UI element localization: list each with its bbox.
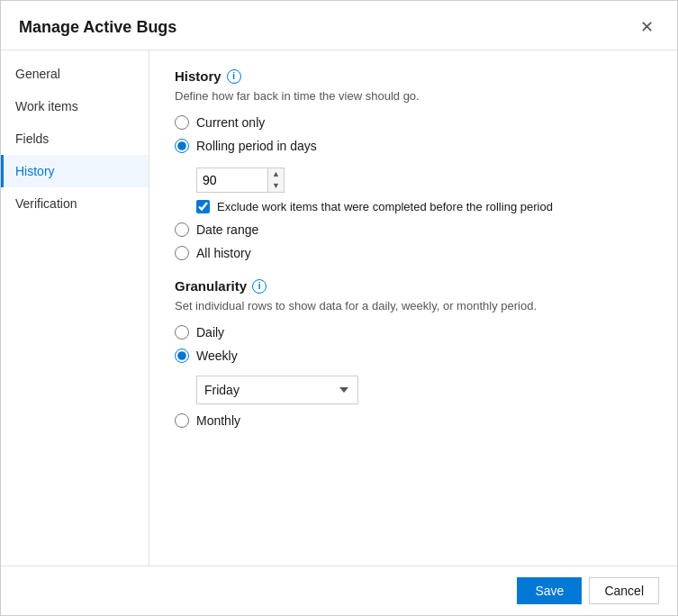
history-section: History i Define how far back in time th… <box>175 68 652 260</box>
sidebar-item-general[interactable]: General <box>1 58 149 90</box>
radio-weekly[interactable]: Weekly <box>175 349 652 363</box>
exclude-checkbox-label: Exclude work items that were completed b… <box>217 200 553 213</box>
spinner-down-button[interactable]: ▼ <box>268 180 284 192</box>
granularity-section-title: Granularity i <box>175 278 652 294</box>
radio-rolling-period-label: Rolling period in days <box>196 139 317 153</box>
radio-rolling-period[interactable]: Rolling period in days <box>175 139 652 153</box>
sidebar-item-verification[interactable]: Verification <box>1 187 149 220</box>
dialog-footer: Save Cancel <box>1 566 677 615</box>
sidebar-item-history[interactable]: History <box>1 155 149 187</box>
save-button[interactable]: Save <box>517 577 582 604</box>
close-button[interactable]: ✕ <box>635 15 659 39</box>
rolling-sub-options: ▲ ▼ Exclude work items that were complet… <box>196 168 652 213</box>
radio-date-range[interactable]: Date range <box>175 222 652 237</box>
dialog-header: Manage Active Bugs ✕ <box>1 1 677 50</box>
sidebar-item-work-items[interactable]: Work items <box>1 90 149 122</box>
granularity-description: Set individual rows to show data for a d… <box>175 299 652 313</box>
radio-monthly-input[interactable] <box>175 413 189 428</box>
granularity-radio-group: Daily Weekly Sunday Monday Tuesday Wed <box>175 325 652 428</box>
granularity-info-icon[interactable]: i <box>252 279 267 294</box>
radio-daily-input[interactable] <box>175 325 189 340</box>
radio-daily[interactable]: Daily <box>175 325 652 340</box>
radio-daily-label: Daily <box>196 325 224 340</box>
radio-monthly-label: Monthly <box>196 413 240 428</box>
radio-weekly-input[interactable] <box>175 349 189 363</box>
manage-active-bugs-dialog: Manage Active Bugs ✕ General Work items … <box>0 0 678 616</box>
history-radio-group: Current only Rolling period in days ▲ <box>175 115 652 260</box>
radio-weekly-label: Weekly <box>196 349 238 363</box>
spinner-up-button[interactable]: ▲ <box>268 168 284 180</box>
rolling-days-input[interactable] <box>196 168 268 193</box>
radio-monthly[interactable]: Monthly <box>175 413 652 428</box>
radio-current-only[interactable]: Current only <box>175 115 652 130</box>
sidebar-item-fields[interactable]: Fields <box>1 122 149 155</box>
day-select-wrap: Sunday Monday Tuesday Wednesday Thursday… <box>196 376 652 404</box>
dialog-title: Manage Active Bugs <box>19 18 176 37</box>
radio-all-history-input[interactable] <box>175 246 189 260</box>
section-divider <box>175 260 652 278</box>
radio-date-range-label: Date range <box>196 222 258 237</box>
radio-current-only-label: Current only <box>196 115 265 130</box>
exclude-checkbox-input[interactable] <box>196 200 210 213</box>
radio-all-history[interactable]: All history <box>175 246 652 260</box>
rolling-days-input-wrap: ▲ ▼ <box>196 168 652 193</box>
content-area: History i Define how far back in time th… <box>149 50 677 566</box>
radio-current-only-input[interactable] <box>175 115 189 130</box>
day-select[interactable]: Sunday Monday Tuesday Wednesday Thursday… <box>196 376 358 404</box>
radio-rolling-period-input[interactable] <box>175 139 189 153</box>
exclude-checkbox-option[interactable]: Exclude work items that were completed b… <box>196 200 652 213</box>
dialog-body: General Work items Fields History Verifi… <box>1 50 677 566</box>
granularity-section: Granularity i Set individual rows to sho… <box>175 278 652 428</box>
history-info-icon[interactable]: i <box>227 69 241 84</box>
radio-all-history-label: All history <box>196 246 251 260</box>
history-description: Define how far back in time the view sho… <box>175 89 652 103</box>
sidebar: General Work items Fields History Verifi… <box>1 50 149 566</box>
history-section-title: History i <box>175 68 652 84</box>
radio-date-range-input[interactable] <box>175 222 189 237</box>
spinner-buttons: ▲ ▼ <box>268 168 285 193</box>
cancel-button[interactable]: Cancel <box>589 577 659 604</box>
